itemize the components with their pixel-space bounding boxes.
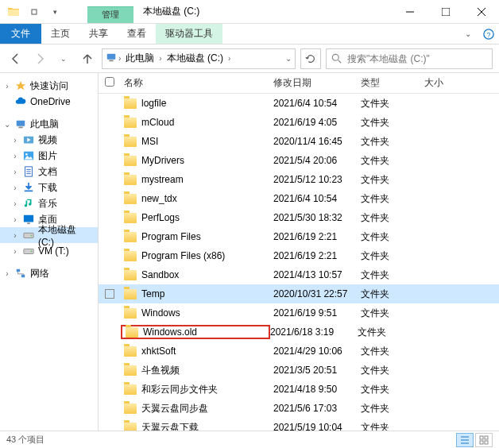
search-icon <box>331 53 342 64</box>
search-input[interactable] <box>347 53 487 64</box>
file-row[interactable]: mCloud2021/6/19 4:05文件夹 <box>99 113 499 132</box>
chevron-icon[interactable]: › <box>11 199 19 208</box>
menu-file[interactable]: 文件 <box>0 24 41 44</box>
disk-icon <box>22 245 35 257</box>
searchbox[interactable] <box>326 48 493 69</box>
chevron-right-icon[interactable]: › <box>228 54 230 63</box>
menubar: 文件 主页共享查看 驱动器工具 ⌄ ? <box>0 24 499 44</box>
file-type: 文件夹 <box>361 173 424 187</box>
chevron-icon[interactable]: › <box>11 247 19 256</box>
file-row[interactable]: mystream2021/5/12 10:23文件夹 <box>99 170 499 189</box>
file-row[interactable]: new_tdx2021/6/4 10:54文件夹 <box>99 189 499 208</box>
file-row[interactable]: Windows2021/6/19 9:51文件夹 <box>99 303 499 322</box>
select-all-checkbox[interactable] <box>105 77 114 87</box>
chevron-icon[interactable]: › <box>3 82 11 91</box>
tree-item-label: 视频 <box>38 133 57 147</box>
minimize-button[interactable] <box>392 0 427 24</box>
file-date: 2021/5/30 18:32 <box>273 212 361 223</box>
chevron-icon[interactable]: › <box>11 183 19 192</box>
tree-item[interactable]: ›快速访问 <box>0 78 98 94</box>
file-name: mCloud <box>141 117 174 128</box>
refresh-button[interactable] <box>300 48 321 69</box>
file-date: 2021/4/18 9:50 <box>273 384 361 395</box>
qat-dropdown[interactable] <box>25 3 43 21</box>
forward-button[interactable] <box>30 49 49 68</box>
file-row[interactable]: Program Files2021/6/19 2:21文件夹 <box>99 227 499 246</box>
tree-item[interactable]: ⌄此电脑 <box>0 116 98 132</box>
file-row[interactable]: Sandbox2021/4/13 10:57文件夹 <box>99 265 499 284</box>
file-row[interactable]: 天翼云盘下载2021/5/19 10:04文件夹 <box>99 418 499 431</box>
svg-rect-12 <box>18 127 22 129</box>
chevron-right-icon[interactable]: › <box>159 54 161 63</box>
breadcrumb[interactable]: › 此电脑 › 本地磁盘 (C:) › ⌄ <box>102 48 296 69</box>
file-row[interactable]: 和彩云同步文件夹2021/4/18 9:50文件夹 <box>99 380 499 399</box>
back-button[interactable] <box>6 49 25 68</box>
menu-item[interactable]: 查看 <box>118 24 156 44</box>
ribbon-expand[interactable]: ⌄ <box>458 24 478 44</box>
close-button[interactable] <box>463 0 499 24</box>
file-row[interactable]: Temp2020/10/31 22:57文件夹 <box>99 284 499 303</box>
chevron-icon[interactable]: › <box>11 231 19 240</box>
history-dropdown[interactable]: ⌄ <box>54 49 73 68</box>
help-button[interactable]: ? <box>478 24 499 44</box>
svg-rect-2 <box>442 8 450 16</box>
file-name: Sandbox <box>141 269 179 280</box>
window-title: 本地磁盘 (C:) <box>133 0 209 23</box>
up-button[interactable] <box>78 49 97 68</box>
chevron-right-icon[interactable]: › <box>118 54 121 63</box>
menu-context[interactable]: 驱动器工具 <box>156 24 222 44</box>
file-date: 2021/6/19 9:51 <box>273 307 361 319</box>
tree-item[interactable]: ›视频 <box>0 132 98 148</box>
file-row[interactable]: 斗鱼视频2021/3/5 20:51文件夹 <box>99 361 499 380</box>
tree-item[interactable]: ›OneDrive <box>0 94 98 110</box>
file-row[interactable]: logfile2021/6/4 10:54文件夹 <box>99 94 499 113</box>
view-details-button[interactable] <box>456 433 474 447</box>
row-checkbox[interactable] <box>105 289 114 299</box>
folder-icon <box>124 175 137 185</box>
folder-icon <box>124 137 137 147</box>
view-icons-button[interactable] <box>475 433 493 447</box>
context-tab[interactable]: 管理 <box>87 6 133 23</box>
tree-item[interactable]: ›图片 <box>0 148 98 164</box>
tree-item-label: 图片 <box>38 149 57 163</box>
col-header-name[interactable]: 名称 <box>124 76 273 90</box>
crumb-root[interactable]: 此电脑 <box>122 50 157 67</box>
file-name: 和彩云同步文件夹 <box>141 383 218 396</box>
menu-item[interactable]: 主页 <box>41 24 79 44</box>
tree-item[interactable]: ›下载 <box>0 180 98 195</box>
menu-item[interactable]: 共享 <box>79 24 118 44</box>
file-row[interactable]: MSI2020/11/4 16:45文件夹 <box>99 132 499 151</box>
file-row[interactable]: Windows.old2021/6/18 3:19文件夹 <box>99 322 499 342</box>
chevron-icon[interactable]: › <box>11 215 19 224</box>
history-dropdown-icon[interactable]: ⌄ <box>285 54 292 63</box>
tree-item[interactable]: ›文档 <box>0 164 98 180</box>
maximize-button[interactable] <box>427 0 463 24</box>
col-header-date[interactable]: 修改日期 <box>273 76 361 90</box>
file-type: 文件夹 <box>361 383 424 396</box>
file-row[interactable]: MyDrivers2021/5/4 20:06文件夹 <box>99 151 499 170</box>
star-icon <box>14 79 27 92</box>
file-type: 文件夹 <box>361 288 424 301</box>
chevron-icon[interactable]: › <box>11 168 19 176</box>
chevron-icon[interactable]: › <box>11 136 19 145</box>
music-icon <box>22 197 35 210</box>
tree-item[interactable]: ›音乐 <box>0 195 98 211</box>
chevron-icon[interactable]: ⌄ <box>3 120 11 129</box>
file-row[interactable]: xhktSoft2021/4/29 10:06文件夹 <box>99 342 499 361</box>
file-row[interactable]: 天翼云盘同步盘2021/5/6 17:03文件夹 <box>99 399 499 418</box>
col-header-size[interactable]: 大小 <box>424 76 472 90</box>
chevron-icon[interactable]: › <box>11 152 19 160</box>
qat-overflow[interactable]: ▾ <box>46 3 64 21</box>
folder-icon <box>124 289 137 299</box>
file-row[interactable]: PerfLogs2021/5/30 18:32文件夹 <box>99 208 499 227</box>
folder-icon <box>124 423 137 431</box>
crumb-current[interactable]: 本地磁盘 (C:) <box>164 50 226 67</box>
folder-icon <box>126 327 138 338</box>
tree-item[interactable]: ›网络 <box>0 265 98 281</box>
tree-item[interactable]: ›本地磁盘 (C:) <box>0 227 98 243</box>
chevron-icon[interactable]: › <box>3 269 11 278</box>
file-row[interactable]: Program Files (x86)2021/6/19 2:21文件夹 <box>99 246 499 265</box>
folder-icon <box>124 194 137 204</box>
folder-icon <box>124 346 137 357</box>
col-header-type[interactable]: 类型 <box>361 76 424 90</box>
